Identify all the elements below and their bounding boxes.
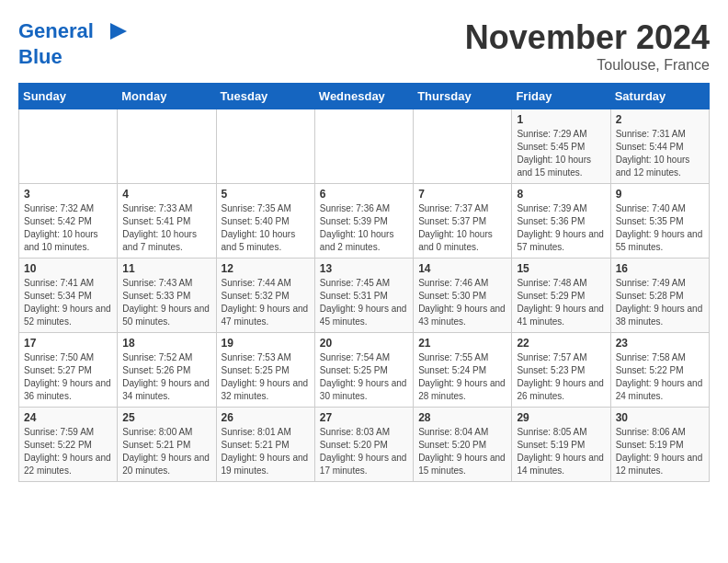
day-number: 16 <box>616 262 704 275</box>
day-number: 23 <box>616 337 704 350</box>
week-row-3: 17Sunrise: 7:50 AMSunset: 5:27 PMDayligh… <box>19 333 710 408</box>
calendar-cell <box>314 109 413 184</box>
weekday-friday: Friday <box>512 84 610 109</box>
calendar-cell: 3Sunrise: 7:32 AMSunset: 5:42 PMDaylight… <box>19 184 118 259</box>
day-number: 20 <box>320 337 408 350</box>
calendar-cell <box>19 109 118 184</box>
calendar-cell: 24Sunrise: 7:59 AMSunset: 5:22 PMDayligh… <box>19 408 118 482</box>
calendar-cell: 23Sunrise: 7:58 AMSunset: 5:22 PMDayligh… <box>610 333 709 408</box>
month-title: November 2024 <box>465 18 710 57</box>
calendar-cell: 5Sunrise: 7:35 AMSunset: 5:40 PMDaylight… <box>216 184 314 259</box>
calendar-cell <box>118 109 216 184</box>
subtitle: Toulouse, France <box>465 57 710 74</box>
day-info: Sunrise: 7:49 AMSunset: 5:28 PMDaylight:… <box>616 277 704 328</box>
day-info: Sunrise: 7:45 AMSunset: 5:31 PMDaylight:… <box>320 277 408 328</box>
day-number: 17 <box>24 337 112 350</box>
calendar-cell: 12Sunrise: 7:44 AMSunset: 5:32 PMDayligh… <box>216 259 314 333</box>
day-number: 29 <box>517 411 605 424</box>
calendar-table: Sunday Monday Tuesday Wednesday Thursday… <box>18 83 710 482</box>
weekday-row: Sunday Monday Tuesday Wednesday Thursday… <box>19 84 710 109</box>
day-info: Sunrise: 7:53 AMSunset: 5:25 PMDaylight:… <box>222 351 310 403</box>
logo: General Blue <box>18 18 129 68</box>
calendar-cell <box>414 109 512 184</box>
svg-marker-0 <box>110 23 127 40</box>
calendar-cell: 6Sunrise: 7:36 AMSunset: 5:39 PMDaylight… <box>314 184 413 259</box>
calendar-cell: 18Sunrise: 7:52 AMSunset: 5:26 PMDayligh… <box>118 333 216 408</box>
calendar-header: Sunday Monday Tuesday Wednesday Thursday… <box>19 84 710 109</box>
day-number: 11 <box>122 262 210 275</box>
day-number: 18 <box>122 337 210 350</box>
day-number: 22 <box>517 337 605 350</box>
calendar-cell: 14Sunrise: 7:46 AMSunset: 5:30 PMDayligh… <box>414 259 512 333</box>
calendar-cell: 7Sunrise: 7:37 AMSunset: 5:37 PMDaylight… <box>414 184 512 259</box>
day-info: Sunrise: 7:58 AMSunset: 5:22 PMDaylight:… <box>616 351 704 403</box>
week-row-2: 10Sunrise: 7:41 AMSunset: 5:34 PMDayligh… <box>19 259 710 333</box>
day-info: Sunrise: 8:00 AMSunset: 5:21 PMDaylight:… <box>122 426 210 477</box>
calendar-cell: 25Sunrise: 8:00 AMSunset: 5:21 PMDayligh… <box>118 408 216 482</box>
logo-blue: Blue <box>18 46 129 68</box>
day-info: Sunrise: 7:46 AMSunset: 5:30 PMDaylight:… <box>418 277 506 328</box>
day-info: Sunrise: 8:04 AMSunset: 5:20 PMDaylight:… <box>418 426 506 477</box>
week-row-1: 3Sunrise: 7:32 AMSunset: 5:42 PMDaylight… <box>19 184 710 259</box>
day-info: Sunrise: 7:33 AMSunset: 5:41 PMDaylight:… <box>122 202 210 254</box>
day-info: Sunrise: 8:06 AMSunset: 5:19 PMDaylight:… <box>616 426 704 477</box>
calendar-cell: 29Sunrise: 8:05 AMSunset: 5:19 PMDayligh… <box>512 408 610 482</box>
day-info: Sunrise: 7:57 AMSunset: 5:23 PMDaylight:… <box>517 351 605 403</box>
day-info: Sunrise: 8:05 AMSunset: 5:19 PMDaylight:… <box>517 426 605 477</box>
day-info: Sunrise: 7:43 AMSunset: 5:33 PMDaylight:… <box>122 277 210 328</box>
day-number: 9 <box>616 188 704 201</box>
calendar-cell: 1Sunrise: 7:29 AMSunset: 5:45 PMDaylight… <box>512 109 610 184</box>
day-info: Sunrise: 7:35 AMSunset: 5:40 PMDaylight:… <box>222 202 310 254</box>
logo-text: General <box>18 18 129 46</box>
calendar-cell: 13Sunrise: 7:45 AMSunset: 5:31 PMDayligh… <box>314 259 413 333</box>
calendar-cell <box>216 109 314 184</box>
calendar-cell: 20Sunrise: 7:54 AMSunset: 5:25 PMDayligh… <box>314 333 413 408</box>
week-row-4: 24Sunrise: 7:59 AMSunset: 5:22 PMDayligh… <box>19 408 710 482</box>
day-number: 28 <box>418 411 506 424</box>
weekday-saturday: Saturday <box>610 84 709 109</box>
day-number: 1 <box>517 113 605 126</box>
weekday-thursday: Thursday <box>414 84 512 109</box>
day-info: Sunrise: 7:39 AMSunset: 5:36 PMDaylight:… <box>517 202 605 254</box>
day-info: Sunrise: 7:55 AMSunset: 5:24 PMDaylight:… <box>418 351 506 403</box>
day-number: 10 <box>24 262 112 275</box>
calendar-cell: 19Sunrise: 7:53 AMSunset: 5:25 PMDayligh… <box>216 333 314 408</box>
calendar-cell: 21Sunrise: 7:55 AMSunset: 5:24 PMDayligh… <box>414 333 512 408</box>
day-info: Sunrise: 7:48 AMSunset: 5:29 PMDaylight:… <box>517 277 605 328</box>
calendar-cell: 9Sunrise: 7:40 AMSunset: 5:35 PMDaylight… <box>610 184 709 259</box>
weekday-wednesday: Wednesday <box>314 84 413 109</box>
day-number: 14 <box>418 262 506 275</box>
day-info: Sunrise: 8:03 AMSunset: 5:20 PMDaylight:… <box>320 426 408 477</box>
day-number: 25 <box>122 411 210 424</box>
day-info: Sunrise: 7:40 AMSunset: 5:35 PMDaylight:… <box>616 202 704 254</box>
day-info: Sunrise: 7:32 AMSunset: 5:42 PMDaylight:… <box>24 202 112 254</box>
logo-icon <box>101 18 129 46</box>
day-number: 24 <box>24 411 112 424</box>
day-number: 4 <box>122 188 210 201</box>
day-number: 13 <box>320 262 408 275</box>
day-info: Sunrise: 8:01 AMSunset: 5:21 PMDaylight:… <box>222 426 310 477</box>
day-number: 21 <box>418 337 506 350</box>
calendar-cell: 30Sunrise: 8:06 AMSunset: 5:19 PMDayligh… <box>610 408 709 482</box>
calendar-cell: 15Sunrise: 7:48 AMSunset: 5:29 PMDayligh… <box>512 259 610 333</box>
page-header: General Blue November 2024 Toulouse, Fra… <box>18 18 710 74</box>
calendar-cell: 26Sunrise: 8:01 AMSunset: 5:21 PMDayligh… <box>216 408 314 482</box>
calendar-cell: 28Sunrise: 8:04 AMSunset: 5:20 PMDayligh… <box>414 408 512 482</box>
day-number: 2 <box>616 113 704 126</box>
week-row-0: 1Sunrise: 7:29 AMSunset: 5:45 PMDaylight… <box>19 109 710 184</box>
calendar-cell: 8Sunrise: 7:39 AMSunset: 5:36 PMDaylight… <box>512 184 610 259</box>
day-number: 26 <box>222 411 310 424</box>
day-info: Sunrise: 7:31 AMSunset: 5:44 PMDaylight:… <box>616 128 704 179</box>
day-info: Sunrise: 7:44 AMSunset: 5:32 PMDaylight:… <box>222 277 310 328</box>
day-number: 7 <box>418 188 506 201</box>
day-info: Sunrise: 7:37 AMSunset: 5:37 PMDaylight:… <box>418 202 506 254</box>
calendar-cell: 11Sunrise: 7:43 AMSunset: 5:33 PMDayligh… <box>118 259 216 333</box>
day-info: Sunrise: 7:29 AMSunset: 5:45 PMDaylight:… <box>517 128 605 179</box>
calendar-cell: 10Sunrise: 7:41 AMSunset: 5:34 PMDayligh… <box>19 259 118 333</box>
day-number: 8 <box>517 188 605 201</box>
day-number: 6 <box>320 188 408 201</box>
weekday-tuesday: Tuesday <box>216 84 314 109</box>
day-number: 19 <box>222 337 310 350</box>
day-info: Sunrise: 7:36 AMSunset: 5:39 PMDaylight:… <box>320 202 408 254</box>
calendar-cell: 27Sunrise: 8:03 AMSunset: 5:20 PMDayligh… <box>314 408 413 482</box>
